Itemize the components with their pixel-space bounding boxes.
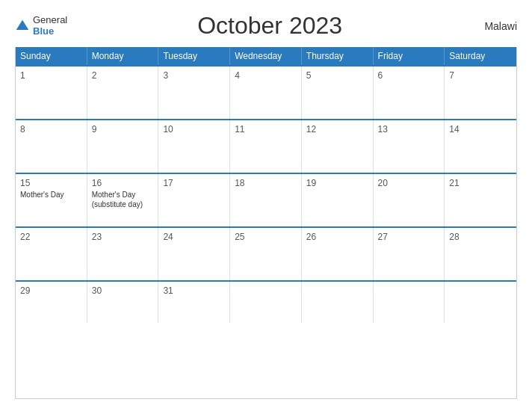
- logo-text: General Blue: [33, 15, 67, 37]
- day-oct-2: 2: [87, 67, 159, 119]
- day-oct-23: 23: [87, 228, 159, 280]
- header-monday: Monday: [87, 47, 159, 65]
- logo-line2: Blue: [33, 26, 67, 37]
- day-oct-21: 21: [445, 174, 516, 226]
- day-oct-14: 14: [445, 120, 516, 173]
- country-label: Malawi: [472, 20, 517, 32]
- header-saturday: Saturday: [445, 47, 516, 65]
- day-oct-10: 10: [158, 120, 230, 173]
- header-sunday: Sunday: [16, 47, 87, 65]
- calendar-grid: Sunday Monday Tuesday Wednesday Thursday…: [15, 47, 517, 399]
- week-5: 29 30 31: [16, 280, 516, 323]
- day-oct-8: 8: [16, 120, 87, 173]
- day-oct-24: 24: [158, 228, 230, 280]
- week-3: 15 Mother's Day 16 Mother's Day(substitu…: [16, 173, 516, 226]
- calendar-title: October 2023: [67, 12, 472, 40]
- day-oct-17: 17: [158, 174, 230, 226]
- day-oct-13: 13: [374, 120, 445, 173]
- day-empty-3: [374, 282, 445, 323]
- logo-line1: General: [33, 15, 67, 25]
- day-headers-row: Sunday Monday Tuesday Wednesday Thursday…: [16, 47, 516, 65]
- day-oct-19: 19: [302, 174, 374, 226]
- event-mothers-day-16: Mother's Day(substitute day): [92, 190, 154, 209]
- day-oct-6: 6: [374, 67, 445, 119]
- header-thursday: Thursday: [302, 47, 374, 65]
- day-oct-28: 28: [445, 228, 516, 280]
- day-oct-3: 3: [158, 67, 230, 119]
- event-mothers-day-15: Mother's Day: [20, 190, 82, 200]
- header-tuesday: Tuesday: [158, 47, 230, 65]
- week-1: 1 2 3 4 5 6 7: [16, 65, 516, 119]
- day-oct-7: 7: [445, 67, 516, 119]
- page: General Blue October 2023 Malawi Sunday …: [0, 0, 532, 411]
- day-oct-31: 31: [158, 282, 230, 323]
- header-friday: Friday: [374, 47, 445, 65]
- logo: General Blue: [15, 15, 67, 37]
- day-empty-4: [445, 282, 516, 323]
- day-oct-15: 15 Mother's Day: [16, 174, 87, 226]
- day-oct-25: 25: [230, 228, 302, 280]
- day-empty-2: [302, 282, 374, 323]
- day-oct-20: 20: [374, 174, 445, 226]
- logo-icon: [15, 19, 30, 34]
- day-oct-4: 4: [230, 67, 302, 119]
- day-oct-30: 30: [87, 282, 159, 323]
- header-wednesday: Wednesday: [230, 47, 302, 65]
- day-oct-26: 26: [302, 228, 374, 280]
- svg-marker-0: [16, 19, 29, 29]
- weeks-container: 1 2 3 4 5 6 7 8 9 10 11 12 13 14 15: [16, 65, 516, 323]
- day-oct-18: 18: [230, 174, 302, 226]
- week-4: 22 23 24 25 26 27 28: [16, 226, 516, 280]
- day-oct-29: 29: [16, 282, 87, 323]
- calendar-header: General Blue October 2023 Malawi: [15, 12, 517, 40]
- day-oct-9: 9: [87, 120, 159, 173]
- day-oct-27: 27: [374, 228, 445, 280]
- day-oct-1: 1: [16, 67, 87, 119]
- day-oct-11: 11: [230, 120, 302, 173]
- week-2: 8 9 10 11 12 13 14: [16, 119, 516, 173]
- day-oct-22: 22: [16, 228, 87, 280]
- day-oct-12: 12: [302, 120, 374, 173]
- day-empty-1: [230, 282, 302, 323]
- day-oct-5: 5: [302, 67, 374, 119]
- day-oct-16: 16 Mother's Day(substitute day): [87, 174, 159, 226]
